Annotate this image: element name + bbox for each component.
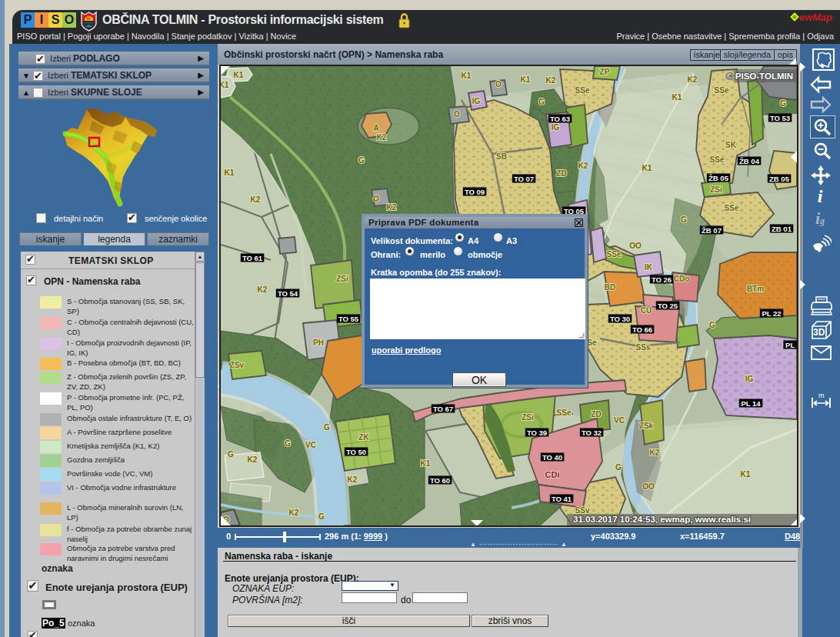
svg-text:K2: K2 [251, 195, 261, 204]
svg-text:ŽB 04: ŽB 04 [739, 157, 760, 165]
svg-text:K1: K1 [741, 470, 751, 479]
svg-text:TO 26: TO 26 [652, 275, 672, 284]
svg-text:TO 54: TO 54 [278, 289, 298, 298]
svg-text:K2: K2 [377, 133, 387, 142]
svg-text:K2: K2 [688, 75, 698, 84]
svg-text:G: G [709, 321, 715, 329]
svg-text:ZB 05: ZB 05 [769, 175, 790, 183]
svg-text:ŽB 05: ŽB 05 [708, 174, 729, 182]
svg-text:PL 22: PL 22 [762, 309, 781, 318]
svg-text:PL 2: PL 2 [785, 341, 797, 349]
svg-text:ZSi: ZSi [710, 185, 722, 194]
svg-text:OO: OO [642, 482, 655, 491]
svg-text:TO 60: TO 60 [430, 476, 450, 485]
svg-text:ZD: ZD [591, 410, 601, 419]
svg-text:K1: K1 [221, 81, 229, 89]
svg-text:SSe: SSe [557, 409, 572, 417]
svg-text:SSe: SSe [607, 250, 622, 258]
svg-text:3D: 3D [813, 327, 825, 338]
svg-text:IG: IG [552, 123, 560, 132]
svg-text:K1: K1 [421, 459, 431, 468]
svg-text:ZSi: ZSi [522, 413, 534, 422]
svg-text:TO 53: TO 53 [770, 114, 790, 122]
svg-text:SSs: SSs [636, 343, 651, 352]
svg-text:G: G [358, 156, 365, 165]
svg-text:SB: SB [496, 152, 507, 161]
svg-text:K2: K2 [348, 475, 358, 484]
svg-text:SK: SK [725, 141, 737, 149]
svg-text:PH: PH [313, 339, 324, 347]
svg-text:G: G [324, 423, 330, 432]
svg-text:IG: IG [472, 97, 481, 105]
svg-text:G: G [681, 215, 687, 224]
svg-text:ZP: ZP [600, 68, 610, 76]
svg-text:SSe: SSe [715, 86, 729, 95]
svg-text:G: G [318, 512, 325, 521]
svg-text:VC: VC [614, 416, 625, 425]
svg-text:CDi: CDi [545, 470, 560, 479]
svg-text:TO 41: TO 41 [552, 495, 572, 503]
svg-text:CU: CU [641, 306, 652, 315]
svg-text:K1: K1 [521, 75, 531, 84]
svg-text:TO 67: TO 67 [433, 405, 453, 413]
svg-text:IG: IG [745, 375, 754, 383]
svg-text:VC: VC [305, 441, 316, 449]
svg-text:31.03.2017 10:24:53, ewmap, ww: 31.03.2017 10:24:53, ewmap, www.realis.s… [573, 515, 751, 524]
svg-text:TO 61: TO 61 [242, 254, 263, 262]
svg-text:IK: IK [645, 263, 653, 272]
svg-text:K1: K1 [642, 164, 652, 172]
svg-text:TO 07: TO 07 [514, 175, 534, 183]
svg-text:G: G [615, 463, 622, 472]
svg-text:ZSk: ZSk [639, 422, 654, 430]
svg-text:TO 63: TO 63 [550, 115, 570, 123]
svg-text:K2: K2 [578, 162, 588, 170]
svg-text:K2: K2 [387, 203, 397, 212]
svg-text:G: G [285, 439, 291, 448]
svg-text:TO 40: TO 40 [542, 453, 562, 462]
svg-text:SSe: SSe [575, 86, 590, 95]
svg-text:SSe: SSe [710, 155, 725, 164]
svg-text:K1: K1 [234, 71, 244, 79]
svg-text:ZB 01: ZB 01 [772, 225, 792, 233]
svg-text:SSv: SSv [575, 506, 590, 515]
svg-text:TO 30: TO 30 [610, 315, 630, 323]
svg-text:TO 39: TO 39 [527, 429, 547, 437]
svg-text:TO 32: TO 32 [582, 429, 602, 437]
svg-text:ZD: ZD [556, 169, 566, 178]
svg-text:TO 25: TO 25 [658, 302, 678, 310]
svg-text:K2: K2 [289, 509, 299, 517]
svg-text:K2: K2 [258, 285, 268, 294]
svg-text:PL 14: PL 14 [741, 399, 761, 408]
svg-text:ZSi: ZSi [336, 275, 348, 283]
svg-text:K1: K1 [225, 168, 235, 177]
svg-text:© PISO-TOLMIN: © PISO-TOLMIN [726, 72, 793, 81]
svg-text:ŽB 07: ŽB 07 [702, 226, 722, 235]
svg-text:G: G [228, 450, 234, 459]
svg-text:O: O [373, 195, 379, 203]
svg-text:BTm: BTm [747, 285, 764, 293]
svg-text:O: O [454, 110, 460, 118]
svg-text:BD: BD [605, 283, 615, 292]
svg-text:O: O [495, 80, 502, 88]
svg-text:TO 66: TO 66 [632, 325, 652, 334]
svg-text:G: G [780, 99, 786, 108]
svg-text:K2: K2 [546, 76, 556, 85]
svg-text:A: A [373, 124, 378, 132]
svg-text:TO 50: TO 50 [346, 448, 366, 456]
svg-text:ZK: ZK [358, 433, 369, 442]
svg-text:K2: K2 [248, 455, 258, 464]
svg-text:CDo: CDo [674, 275, 690, 283]
svg-text:K2: K2 [650, 449, 660, 457]
svg-text:m: m [818, 392, 825, 399]
svg-text:SSe: SSe [725, 204, 739, 212]
svg-text:ZSv: ZSv [230, 361, 245, 369]
svg-text:G: G [538, 98, 545, 106]
svg-text:TO 55: TO 55 [338, 315, 359, 323]
svg-text:OO: OO [629, 242, 642, 250]
svg-text:K1: K1 [462, 72, 472, 80]
svg-text:TO 09: TO 09 [465, 188, 485, 196]
svg-text:K1: K1 [672, 93, 682, 102]
